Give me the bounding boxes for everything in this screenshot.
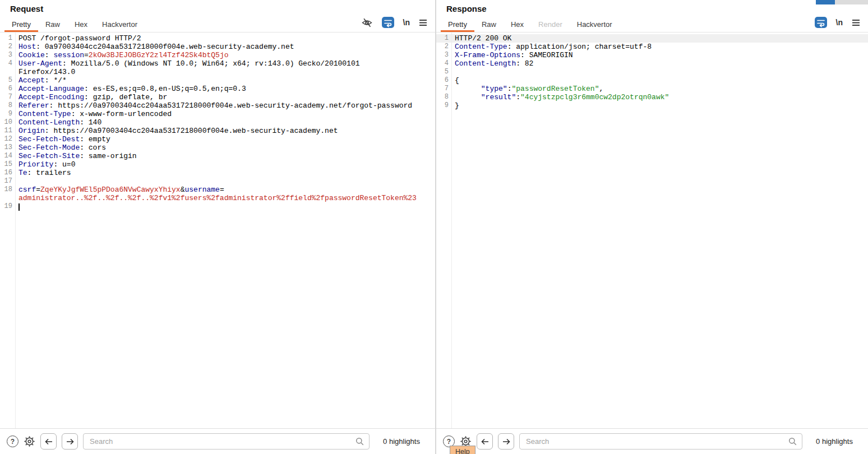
editor-line[interactable]: administrator..%2f..%2f..%2f..%2fv1%2fus… (0, 194, 435, 202)
help-tooltip: Help (450, 446, 475, 454)
line-number: 6 (0, 85, 15, 93)
editor-line[interactable]: 2Content-Type: application/json; charset… (436, 43, 868, 51)
request-editor[interactable]: 1POST /forgot-password HTTP/22Host: 0a97… (0, 33, 435, 428)
request-search-box[interactable] (83, 433, 370, 450)
editor-line[interactable]: 1HTTP/2 200 OK (436, 34, 868, 43)
code-line: X-Frame-Options: SAMEORIGIN (451, 51, 573, 59)
code-line: "result":"4cyjstzpclg3r6mm0cw2dp2otrqn0a… (451, 93, 669, 101)
line-number: 3 (0, 51, 15, 59)
editor-line[interactable]: 6Accept-Language: es-ES,es;q=0.8,en-US;q… (0, 85, 435, 93)
response-search-box[interactable] (519, 433, 802, 450)
editor-line[interactable]: 17 (0, 177, 435, 186)
editor-line[interactable]: 15Priority: u=0 (0, 160, 435, 169)
editor-line[interactable]: 4User-Agent: Mozilla/5.0 (Windows NT 10.… (0, 59, 435, 68)
word-wrap-icon[interactable] (382, 17, 394, 28)
line-number: 5 (436, 68, 451, 76)
code-line: Cookie: session=2kOw3BJEJOBGzY2zl4Tzf42S… (15, 51, 228, 59)
editor-line[interactable]: 2Host: 0a97003404cc204aa5317218000f004e.… (0, 43, 435, 51)
line-number: 4 (436, 59, 451, 68)
tab-hackvertor[interactable]: Hackvertor (570, 17, 620, 32)
editor-line[interactable]: Firefox/143.0 (0, 68, 435, 76)
previous-match-button[interactable] (477, 433, 493, 450)
editor-line[interactable]: 10Content-Length: 140 (0, 118, 435, 127)
tab-hackvertor[interactable]: Hackvertor (95, 17, 145, 32)
editor-line[interactable]: 18csrf=ZqeYKyJgfWEl5pPDoa6NVwCawyxYhiyx&… (0, 186, 435, 194)
code-line: Referer: https://0a97003404cc204aa531721… (15, 101, 412, 110)
request-panel: Request PrettyRawHexHackvertor \n 1POST … (0, 0, 435, 454)
editor-line[interactable]: 11Origin: https://0a97003404cc204aa53172… (0, 127, 435, 135)
editor-line[interactable]: 14Sec-Fetch-Site: same-origin (0, 152, 435, 160)
text-cursor (19, 203, 20, 211)
code-line (15, 177, 19, 186)
window-toggle-active-fragment[interactable] (816, 0, 835, 4)
arrow-right-icon (502, 438, 510, 445)
line-number: 3 (436, 51, 451, 59)
code-line: Content-Length: 140 (15, 118, 101, 127)
arrow-left-icon (481, 438, 489, 445)
next-match-button[interactable] (498, 433, 514, 450)
line-number: 14 (0, 152, 15, 160)
next-match-button[interactable] (62, 433, 78, 450)
line-number: 18 (0, 186, 15, 194)
tab-hex[interactable]: Hex (67, 17, 95, 32)
tab-pretty[interactable]: Pretty (441, 17, 474, 32)
request-toolbar: \n (361, 17, 427, 28)
line-number: 9 (436, 101, 451, 110)
tab-hex[interactable]: Hex (504, 17, 531, 32)
editor-line[interactable]: 6{ (436, 76, 868, 85)
line-number: 15 (0, 160, 15, 169)
newline-toggle-icon[interactable]: \n (403, 18, 410, 27)
editor-line[interactable]: 3X-Frame-Options: SAMEORIGIN (436, 51, 868, 59)
editor-line[interactable]: 7 "type":"passwordResetToken", (436, 85, 868, 93)
search-icon[interactable] (788, 437, 797, 446)
editor-line[interactable]: 16Te: trailers (0, 169, 435, 177)
editor-line[interactable]: 8 "result":"4cyjstzpclg3r6mm0cw2dp2otrqn… (436, 93, 868, 101)
code-line: Sec-Fetch-Mode: cors (15, 143, 106, 152)
help-icon[interactable]: ? (7, 436, 19, 447)
editor-line[interactable]: 9} (436, 101, 868, 110)
code-line: Content-Type: application/json; charset=… (451, 43, 652, 51)
response-editor[interactable]: 1HTTP/2 200 OK2Content-Type: application… (436, 33, 868, 428)
editor-line[interactable]: 5Accept: */* (0, 76, 435, 85)
editor-line[interactable]: 1POST /forgot-password HTTP/2 (0, 34, 435, 43)
editor-line[interactable]: 4Content-Length: 82 (436, 59, 868, 68)
code-line (15, 202, 20, 211)
word-wrap-icon[interactable] (815, 17, 827, 28)
response-header: Response PrettyRawHexRenderHackvertor \n (436, 0, 868, 33)
tab-raw[interactable]: Raw (474, 17, 504, 32)
response-tab-bar: PrettyRawHexRenderHackvertor (441, 17, 620, 32)
tab-pretty[interactable]: Pretty (4, 17, 38, 32)
request-search-input[interactable] (89, 437, 352, 446)
newline-toggle-icon[interactable]: \n (836, 18, 843, 27)
line-number: 16 (0, 169, 15, 177)
code-line: "type":"passwordResetToken", (451, 85, 603, 93)
settings-gear-icon[interactable] (24, 436, 35, 447)
previous-match-button[interactable] (40, 433, 57, 450)
editor-line[interactable]: 12Sec-Fetch-Dest: empty (0, 135, 435, 143)
search-icon[interactable] (355, 437, 364, 446)
menu-icon[interactable] (419, 19, 427, 26)
line-number (0, 68, 15, 76)
editor-line[interactable]: 9Content-Type: x-www-form-urlencoded (0, 110, 435, 118)
line-number: 17 (0, 177, 15, 186)
editor-line[interactable]: 5 (436, 68, 868, 76)
tab-raw[interactable]: Raw (38, 17, 67, 32)
editor-line[interactable]: 7Accept-Encoding: gzip, deflate, br (0, 93, 435, 101)
code-line: HTTP/2 200 OK (451, 34, 511, 43)
line-number: 8 (436, 93, 451, 101)
code-line: Priority: u=0 (15, 160, 75, 169)
line-number: 1 (436, 34, 451, 43)
line-number: 7 (436, 85, 451, 93)
editor-line[interactable]: 8Referer: https://0a97003404cc204aa53172… (0, 101, 435, 110)
request-highlights-count: 0 highlights (375, 437, 428, 446)
hide-matches-icon[interactable] (361, 17, 373, 28)
editor-line[interactable]: 19 (0, 202, 435, 211)
response-search-input[interactable] (525, 437, 785, 446)
editor-line[interactable]: 3Cookie: session=2kOw3BJEJOBGzY2zl4Tzf42… (0, 51, 435, 59)
editor-line[interactable]: 13Sec-Fetch-Mode: cors (0, 143, 435, 152)
code-line: Sec-Fetch-Site: same-origin (15, 152, 137, 160)
line-number: 13 (0, 143, 15, 152)
code-line (451, 68, 455, 76)
window-toggle-inactive-fragment[interactable] (835, 0, 868, 4)
menu-icon[interactable] (852, 19, 860, 26)
